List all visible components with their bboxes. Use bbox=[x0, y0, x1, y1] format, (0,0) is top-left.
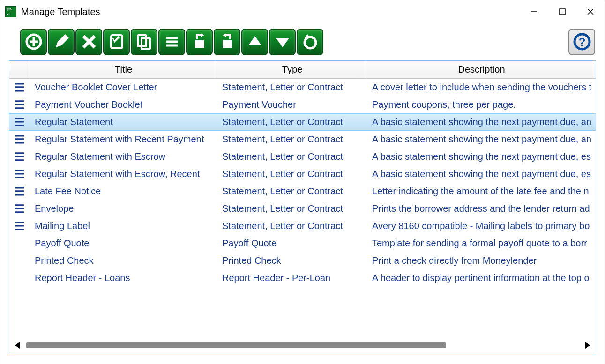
svg-rect-15 bbox=[195, 40, 204, 48]
drag-handle-icon[interactable]: ☰ bbox=[9, 98, 30, 111]
row-type: Printed Check bbox=[217, 255, 367, 266]
svg-point-17 bbox=[305, 37, 316, 48]
import-button[interactable] bbox=[186, 29, 213, 55]
table-row[interactable]: Printed CheckPrinted CheckPrint a check … bbox=[9, 252, 596, 269]
row-description: Avery 8160 compatible - Mailing labels t… bbox=[367, 221, 596, 231]
templates-grid: Title Type Description ☰Voucher Booklet … bbox=[9, 60, 596, 355]
row-type: Statement, Letter or Contract bbox=[217, 186, 367, 197]
row-type: Statement, Letter or Contract bbox=[217, 134, 367, 145]
row-description: A cover letter to include when sending t… bbox=[367, 82, 596, 93]
row-title: Regular Statement with Recent Payment bbox=[30, 134, 217, 145]
row-description: Letter indicating the amount of the late… bbox=[367, 186, 596, 197]
row-type: Statement, Letter or Contract bbox=[217, 151, 367, 162]
copy-button[interactable] bbox=[131, 29, 157, 55]
svg-rect-1 bbox=[560, 9, 565, 15]
drag-handle-icon[interactable]: ☰ bbox=[9, 133, 30, 146]
table-row[interactable]: ☰Mailing LabelStatement, Letter or Contr… bbox=[9, 217, 596, 235]
app-icon bbox=[5, 6, 16, 17]
row-title: Envelope bbox=[30, 203, 217, 214]
table-row[interactable]: Report Header - LoansReport Header - Per… bbox=[9, 269, 596, 287]
minimize-button[interactable] bbox=[520, 0, 548, 23]
drag-handle-icon[interactable]: ☰ bbox=[9, 150, 30, 163]
maximize-button[interactable] bbox=[548, 0, 576, 23]
table-row[interactable]: Payoff QuotePayoff QuoteTemplate for sen… bbox=[9, 235, 596, 252]
scroll-right-arrow[interactable] bbox=[581, 338, 595, 352]
drag-handle-icon[interactable]: ☰ bbox=[9, 202, 30, 215]
row-type: Payoff Quote bbox=[217, 238, 367, 249]
header-description[interactable]: Description bbox=[367, 61, 596, 78]
window-controls bbox=[520, 0, 605, 23]
drag-handle-icon[interactable]: ☰ bbox=[9, 185, 30, 198]
row-type: Statement, Letter or Contract bbox=[217, 169, 367, 179]
drag-handle-icon[interactable]: ☰ bbox=[9, 81, 30, 94]
row-title: Report Header - Loans bbox=[30, 273, 217, 283]
row-type: Statement, Letter or Contract bbox=[217, 82, 367, 93]
row-type: Report Header - Per-Loan bbox=[217, 273, 367, 283]
row-title: Voucher Booklet Cover Letter bbox=[30, 82, 217, 93]
toolbar: ? bbox=[0, 23, 605, 60]
drag-handle-icon[interactable]: ☰ bbox=[9, 220, 30, 233]
grid-body: ☰Voucher Booklet Cover LetterStatement, … bbox=[9, 79, 596, 336]
horizontal-scrollbar[interactable] bbox=[9, 336, 596, 355]
list-button[interactable] bbox=[158, 29, 185, 55]
row-title: Payment Voucher Booklet bbox=[30, 99, 217, 110]
title-bar: Manage Templates bbox=[0, 0, 605, 23]
row-title: Regular Statement bbox=[30, 117, 217, 127]
table-row[interactable]: ☰Regular StatementStatement, Letter or C… bbox=[9, 113, 596, 131]
row-description: A basic statement showing the next payme… bbox=[367, 151, 596, 162]
scroll-track[interactable] bbox=[26, 342, 579, 348]
svg-rect-9 bbox=[111, 35, 122, 48]
help-button[interactable]: ? bbox=[568, 29, 595, 55]
export-button[interactable] bbox=[214, 29, 240, 55]
row-title: Regular Statement with Escrow, Recent bbox=[30, 169, 217, 179]
edit-button[interactable] bbox=[48, 29, 75, 55]
row-title: Late Fee Notice bbox=[30, 186, 217, 197]
row-type: Statement, Letter or Contract bbox=[217, 221, 367, 231]
table-row[interactable]: ☰Voucher Booklet Cover LetterStatement, … bbox=[9, 79, 596, 96]
close-button[interactable] bbox=[576, 0, 605, 23]
row-description: A basic statement showing the next payme… bbox=[367, 117, 596, 127]
table-row[interactable]: ☰Regular Statement with EscrowStatement,… bbox=[9, 148, 596, 165]
move-up-button[interactable] bbox=[241, 29, 268, 55]
table-row[interactable]: ☰EnvelopeStatement, Letter or ContractPr… bbox=[9, 200, 596, 217]
scroll-left-arrow[interactable] bbox=[10, 338, 24, 352]
row-description: A header to display pertinent informatio… bbox=[367, 273, 596, 283]
scroll-thumb[interactable] bbox=[26, 342, 446, 348]
grid-header: Title Type Description bbox=[9, 61, 596, 79]
row-title: Payoff Quote bbox=[30, 238, 217, 249]
drag-handle-icon[interactable]: ☰ bbox=[9, 168, 30, 181]
header-type[interactable]: Type bbox=[217, 61, 367, 78]
drag-handle-icon[interactable]: ☰ bbox=[9, 116, 30, 129]
table-row[interactable]: ☰Late Fee NoticeStatement, Letter or Con… bbox=[9, 183, 596, 200]
row-type: Statement, Letter or Contract bbox=[217, 203, 367, 214]
table-row[interactable]: ☰Payment Voucher BookletPayment VoucherP… bbox=[9, 96, 596, 113]
table-row[interactable]: ☰Regular Statement with Recent PaymentSt… bbox=[9, 131, 596, 148]
row-description: Payment coupons, three per page. bbox=[367, 99, 596, 110]
row-description: A basic statement showing the next payme… bbox=[367, 134, 596, 145]
row-title: Mailing Label bbox=[30, 221, 217, 231]
row-type: Payment Voucher bbox=[217, 99, 367, 110]
row-description: Prints the borrower address and the lend… bbox=[367, 203, 596, 214]
svg-rect-16 bbox=[223, 40, 232, 48]
delete-button[interactable] bbox=[75, 29, 102, 55]
row-description: A basic statement showing the next payme… bbox=[367, 169, 596, 179]
row-title: Regular Statement with Escrow bbox=[30, 151, 217, 162]
reset-button[interactable] bbox=[297, 29, 323, 55]
row-type: Statement, Letter or Contract bbox=[217, 117, 367, 127]
add-button[interactable] bbox=[20, 29, 47, 55]
move-down-button[interactable] bbox=[269, 29, 296, 55]
window-title: Manage Templates bbox=[21, 7, 100, 17]
svg-text:?: ? bbox=[578, 36, 585, 48]
header-title[interactable]: Title bbox=[30, 61, 217, 78]
header-handle[interactable] bbox=[9, 61, 30, 78]
duplicate-button[interactable] bbox=[103, 29, 130, 55]
row-description: Print a check directly from Moneylender bbox=[367, 255, 596, 266]
table-row[interactable]: ☰Regular Statement with Escrow, RecentSt… bbox=[9, 165, 596, 183]
row-description: Template for sending a formal payoff quo… bbox=[367, 238, 596, 249]
row-title: Printed Check bbox=[30, 255, 217, 266]
